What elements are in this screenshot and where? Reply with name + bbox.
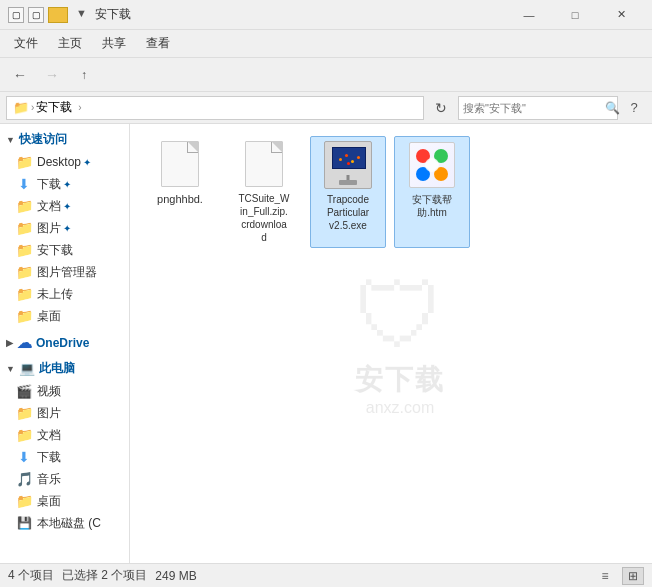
sidebar-item-picmgr[interactable]: 📁 图片管理器 (0, 261, 129, 283)
file-item-trapcode[interactable]: TrapcodeParticularv2.5.exe (310, 136, 386, 248)
sidebar-item-label: 音乐 (37, 471, 61, 488)
watermark: 🛡 安下载 anxz.com (355, 271, 445, 417)
sidebar-item-label: 文档 (37, 198, 61, 215)
cloud-icon: ☁ (17, 334, 32, 352)
menu-home[interactable]: 主页 (48, 31, 92, 56)
title-folder-icon (48, 7, 68, 23)
sidebar-item-anxz[interactable]: 📁 安下载 (0, 239, 129, 261)
menu-view[interactable]: 查看 (136, 31, 180, 56)
back-button[interactable]: ← (6, 62, 34, 88)
title-bar: ▢ ▢ ▼ 安下载 — □ ✕ (0, 0, 652, 30)
forward-button[interactable]: → (38, 62, 66, 88)
folder-icon: 📁 (16, 427, 32, 443)
close-button[interactable]: ✕ (598, 0, 644, 30)
status-bar: 4 个项目 已选择 2 个项目 249 MB ≡ ⊞ (0, 563, 652, 587)
title-controls: — □ ✕ (506, 0, 644, 30)
file-icon-exe (324, 141, 372, 189)
pc-section[interactable]: ▼ 💻 此电脑 (0, 357, 129, 380)
sidebar-item-label: 视频 (37, 383, 61, 400)
folder-icon: 📁 (16, 405, 32, 421)
menu-file[interactable]: 文件 (4, 31, 48, 56)
breadcrumb-arrow: › (78, 102, 81, 113)
file-name: TCSuite_Win_Full.zip.crdownload (238, 192, 289, 244)
sidebar-item-unuploaded[interactable]: 📁 未上传 (0, 283, 129, 305)
file-item-pnghhbd[interactable]: pnghhbd. (142, 136, 218, 248)
folder-icon: 📁 (16, 264, 32, 280)
onedrive-section[interactable]: ▶ ☁ OneDrive (0, 331, 129, 355)
file-icon-generic (156, 140, 204, 188)
folder-icon: 📁 (16, 308, 32, 324)
help-button[interactable]: ? (622, 96, 646, 120)
chevron-down-icon: ▼ (6, 364, 15, 374)
sidebar-item-pc-desktop[interactable]: 📁 桌面 (0, 490, 129, 512)
sidebar-item-pc-docs[interactable]: 📁 文档 (0, 424, 129, 446)
sidebar-item-label: 本地磁盘 (C (37, 515, 101, 532)
file-name: TrapcodeParticularv2.5.exe (327, 193, 369, 232)
maximize-button[interactable]: □ (552, 0, 598, 30)
address-bar: 📁 › 安下载 › ↻ 🔍 ? (0, 92, 652, 124)
sidebar-item-video[interactable]: 🎬 视频 (0, 380, 129, 402)
refresh-button[interactable]: ↻ (428, 96, 454, 120)
sidebar-item-label: Desktop (37, 155, 81, 169)
title-icon-2: ▢ (28, 7, 44, 23)
sidebar-item-pc-downloads[interactable]: ⬇ 下载 (0, 446, 129, 468)
sidebar-item-label: 未上传 (37, 286, 73, 303)
watermark-shield-icon: 🛡 (355, 271, 445, 361)
title-icon-1: ▢ (8, 7, 24, 23)
toolbar: ← → ↑ (0, 58, 652, 92)
file-area: 🛡 安下载 anxz.com pnghhbd. TCSuite_Win_Full… (130, 124, 652, 563)
sidebar-item-desktop[interactable]: 📁 Desktop ✦ (0, 151, 129, 173)
file-icon-generic (240, 140, 288, 188)
file-icon-htm (408, 141, 456, 189)
search-icon: 🔍 (605, 97, 620, 119)
pc-label: 此电脑 (39, 360, 75, 377)
disk-icon: 💾 (16, 515, 32, 531)
menu-bar: 文件 主页 共享 查看 (0, 30, 652, 58)
pin-icon: ✦ (63, 223, 71, 234)
folder-icon: 📁 (16, 493, 32, 509)
pin-icon: ✦ (83, 157, 91, 168)
pc-icon: 💻 (19, 361, 35, 376)
sidebar-item-label: 图片 (37, 405, 61, 422)
sidebar-item-docs[interactable]: 📁 文档 ✦ (0, 195, 129, 217)
item-count: 4 个项目 (8, 567, 54, 584)
search-bar[interactable]: 🔍 (458, 96, 618, 120)
quick-access-section[interactable]: ▼ 快速访问 (0, 128, 129, 151)
sidebar: ▼ 快速访问 📁 Desktop ✦ ⬇ 下载 ✦ 📁 文档 ✦ 📁 图片 ✦ … (0, 124, 130, 563)
selected-size: 249 MB (155, 569, 196, 583)
title-bar-icons: ▢ ▢ ▼ (8, 7, 87, 23)
pin-icon: ✦ (63, 179, 71, 190)
sidebar-item-label: 桌面 (37, 493, 61, 510)
sidebar-item-music[interactable]: 🎵 音乐 (0, 468, 129, 490)
sidebar-item-label: 文档 (37, 427, 61, 444)
folder-icon: 📁 (16, 198, 32, 214)
minimize-button[interactable]: — (506, 0, 552, 30)
file-item-tcsuite[interactable]: TCSuite_Win_Full.zip.crdownload (226, 136, 302, 248)
sidebar-item-downloads[interactable]: ⬇ 下载 ✦ (0, 173, 129, 195)
large-icons-view-button[interactable]: ⊞ (622, 567, 644, 585)
menu-share[interactable]: 共享 (92, 31, 136, 56)
search-input[interactable] (459, 102, 605, 114)
breadcrumb-icon: 📁 (13, 100, 29, 115)
details-view-button[interactable]: ≡ (594, 567, 616, 585)
sidebar-item-pictures[interactable]: 📁 图片 ✦ (0, 217, 129, 239)
pin-icon: ✦ (63, 201, 71, 212)
music-icon: 🎵 (16, 471, 32, 487)
file-item-anxz-help[interactable]: 安下载帮助.htm (394, 136, 470, 248)
view-controls: ≡ ⊞ (594, 567, 644, 585)
sidebar-item-label: 图片管理器 (37, 264, 97, 281)
sidebar-item-local-disk[interactable]: 💾 本地磁盘 (C (0, 512, 129, 534)
video-icon: 🎬 (16, 383, 32, 399)
folder-icon: 📁 (16, 220, 32, 236)
main-area: ▼ 快速访问 📁 Desktop ✦ ⬇ 下载 ✦ 📁 文档 ✦ 📁 图片 ✦ … (0, 124, 652, 563)
watermark-text: 安下载 (355, 361, 445, 399)
downloads-icon: ⬇ (16, 176, 32, 192)
sidebar-item-desktop2[interactable]: 📁 桌面 (0, 305, 129, 327)
sidebar-item-label: 下载 (37, 449, 61, 466)
sidebar-item-pc-pictures[interactable]: 📁 图片 (0, 402, 129, 424)
breadcrumb[interactable]: 📁 › 安下载 › (6, 96, 424, 120)
up-button[interactable]: ↑ (70, 62, 98, 88)
watermark-sub: anxz.com (355, 399, 445, 417)
file-name: pnghhbd. (157, 192, 203, 206)
sidebar-item-label: 安下载 (37, 242, 73, 259)
